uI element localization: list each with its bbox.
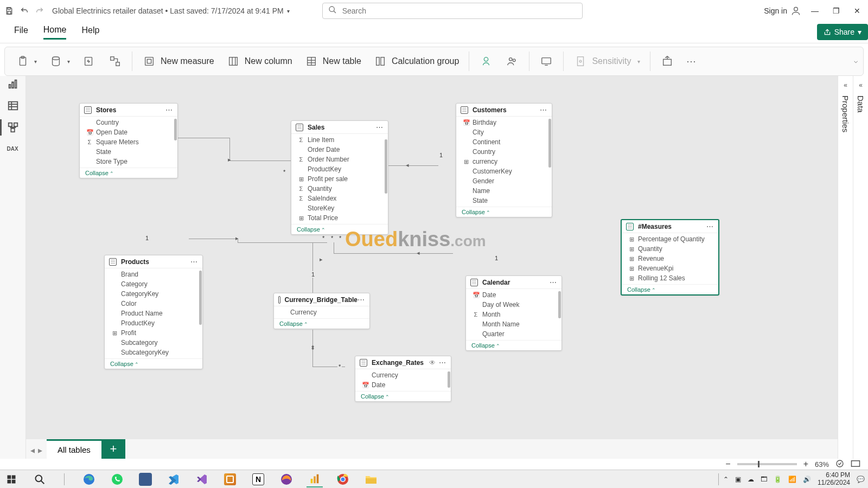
collapse-button[interactable]: Collapse⌃: [622, 284, 718, 294]
table-measures[interactable]: #Measures⋯ ⊞Percentage of Quantity⊞Quant…: [621, 219, 719, 296]
clock[interactable]: 6:40 PM 11/26/2024: [818, 472, 850, 486]
zoom-slider[interactable]: [737, 463, 797, 465]
model-canvas[interactable]: 1 * ▸ * 1 ◂ 1 * ▸ * 1 ◂ * 1 ▸ 1 * ⬍ Stor…: [26, 76, 838, 459]
field-row[interactable]: State: [80, 147, 177, 157]
zoom-out-button[interactable]: −: [725, 459, 730, 469]
new-measure-button[interactable]: New measure: [137, 52, 220, 70]
field-row[interactable]: Name: [456, 186, 552, 196]
paste-button[interactable]: ▾: [10, 52, 42, 70]
field-row[interactable]: CategoryKey: [105, 289, 202, 299]
battery-icon[interactable]: 🔋: [774, 476, 782, 483]
field-row[interactable]: Continent: [456, 137, 552, 147]
firefox-icon[interactable]: [278, 471, 295, 487]
data-view-icon[interactable]: [7, 100, 19, 112]
sensitivity-button[interactable]: Sensitivity▾: [568, 52, 646, 70]
new-column-button[interactable]: New column: [221, 52, 298, 70]
edge-icon[interactable]: [81, 471, 97, 487]
maximize-button[interactable]: ❐: [833, 7, 840, 15]
field-row[interactable]: Country: [456, 147, 552, 157]
share-button[interactable]: Share ▾: [817, 24, 868, 40]
table-exchange-rates[interactable]: Exchange_Rates 👁 ⋯ Currency📅Date Collaps…: [355, 356, 451, 402]
collapse-button[interactable]: Collapse⌃: [105, 358, 202, 369]
chevron-left-icon[interactable]: «: [859, 81, 863, 89]
field-row[interactable]: ⊞RevenueKpi: [622, 264, 718, 273]
field-row[interactable]: 📅Date: [466, 290, 561, 300]
signin-button[interactable]: Sign in: [764, 5, 801, 16]
refresh-button[interactable]: [76, 52, 101, 70]
data-panel[interactable]: « Data: [853, 76, 868, 459]
wifi-icon[interactable]: 📶: [788, 476, 796, 483]
zoom-in-button[interactable]: +: [803, 459, 808, 469]
field-row[interactable]: ⊞Profit: [105, 328, 202, 338]
calc-group-button[interactable]: Calculation group: [368, 52, 465, 70]
table-sales[interactable]: Sales⋯ ΣLine ItemOrder DateΣOrder Number…: [291, 120, 388, 235]
table-currency-bridge[interactable]: Currency_Bridge_Table⋯ Currency Collapse…: [273, 293, 370, 329]
get-data-button[interactable]: ▾: [43, 52, 75, 70]
collapse-button[interactable]: Collapse⌃: [274, 318, 369, 329]
field-row[interactable]: Day of Week: [466, 300, 561, 310]
more-icon[interactable]: ⋯: [376, 123, 384, 131]
field-row[interactable]: 📅Open Date: [80, 127, 177, 137]
new-table-button[interactable]: New table: [299, 52, 367, 70]
field-row[interactable]: 📅Date: [355, 380, 451, 390]
powerbi-icon[interactable]: [307, 471, 323, 487]
report-view-icon[interactable]: [7, 78, 19, 90]
collapse-button[interactable]: Collapse⌃: [456, 207, 552, 217]
field-row[interactable]: ΣSaleIndex: [291, 194, 388, 203]
field-row[interactable]: ΣMonth: [466, 310, 561, 319]
field-row[interactable]: Order Date: [291, 145, 388, 155]
collapse-button[interactable]: Collapse⌃: [291, 224, 388, 234]
field-row[interactable]: ΣOrder Number: [291, 155, 388, 164]
more-icon[interactable]: ⋯: [358, 296, 365, 304]
field-row[interactable]: State: [456, 196, 552, 206]
field-row[interactable]: City: [456, 127, 552, 137]
power-automate-icon[interactable]: [222, 471, 238, 487]
vscode-icon[interactable]: [165, 471, 182, 487]
more-icon[interactable]: ⋯: [190, 258, 198, 266]
field-row[interactable]: Category: [105, 279, 202, 289]
notion-icon[interactable]: N: [250, 471, 266, 487]
more-icon[interactable]: ⋯: [540, 106, 547, 114]
collapse-button[interactable]: Collapse⌃: [466, 340, 561, 350]
field-row[interactable]: Product Name: [105, 309, 202, 318]
dax-view-icon[interactable]: DAX: [7, 143, 19, 155]
relationships-button[interactable]: [103, 52, 127, 70]
roles-button[interactable]: [500, 52, 525, 70]
more-button[interactable]: ⋯: [681, 53, 703, 69]
tab-prev-button[interactable]: ◂: [30, 445, 35, 455]
collapse-button[interactable]: Collapse⌃: [355, 391, 451, 401]
field-row[interactable]: Currency: [355, 370, 451, 380]
tray-chevron-icon[interactable]: ⌃: [723, 476, 729, 483]
field-row[interactable]: ΣQuantity: [291, 184, 388, 194]
field-row[interactable]: ProductKey: [291, 164, 388, 174]
model-view-icon[interactable]: [7, 121, 19, 133]
properties-panel[interactable]: « Properties: [838, 76, 853, 459]
field-row[interactable]: Brand: [105, 269, 202, 279]
field-row[interactable]: SubcategoryKey: [105, 348, 202, 357]
minimize-button[interactable]: —: [811, 7, 819, 15]
field-row[interactable]: Country: [80, 118, 177, 127]
qa-button[interactable]: [474, 52, 499, 70]
search-button[interactable]: [31, 471, 48, 487]
tab-all-tables[interactable]: All tables: [47, 439, 101, 459]
table-calendar[interactable]: Calendar⋯ 📅DateDay of WeekΣMonthMonth Na…: [465, 275, 562, 351]
tab-next-button[interactable]: ▸: [38, 445, 42, 455]
field-row[interactable]: ΣLine Item: [291, 135, 388, 145]
title-chevron-icon[interactable]: ▾: [287, 8, 290, 14]
menu-home[interactable]: Home: [43, 25, 67, 40]
view-as-button[interactable]: [534, 52, 559, 70]
field-row[interactable]: Gender: [456, 176, 552, 186]
tray-icon[interactable]: 🗔: [761, 476, 767, 483]
search-input[interactable]: Search: [322, 3, 583, 19]
field-row[interactable]: ⊞Rolling 12 Sales: [622, 273, 718, 283]
visual-studio-icon[interactable]: [194, 471, 210, 487]
field-row[interactable]: Currency: [274, 307, 369, 317]
volume-icon[interactable]: 🔊: [803, 476, 811, 483]
add-tab-button[interactable]: +: [101, 439, 125, 459]
table-stores[interactable]: Stores⋯ Country📅Open DateΣSquare MetersS…: [79, 103, 178, 178]
more-icon[interactable]: ⋯: [706, 222, 714, 230]
table-products[interactable]: Products⋯ BrandCategoryCategoryKeyColorP…: [104, 255, 203, 369]
field-row[interactable]: Month Name: [466, 319, 561, 329]
more-icon[interactable]: ⋯: [165, 106, 173, 114]
whatsapp-icon[interactable]: [109, 471, 125, 487]
